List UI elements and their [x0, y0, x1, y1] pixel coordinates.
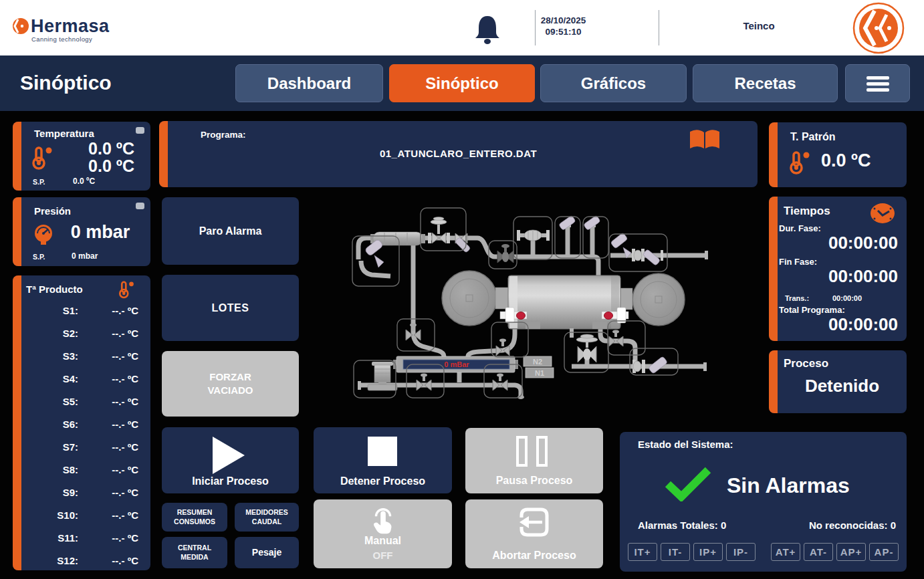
page-title: Sinóptico — [20, 72, 112, 94]
producto-row: S11:--.- ºC — [21, 532, 150, 544]
n1-label: N1 — [535, 369, 544, 377]
lotes-button[interactable]: LOTES — [162, 275, 299, 341]
tab-dashboard[interactable]: Dashboard — [235, 64, 383, 102]
screen: Hermasa Canning technology 28/10/2025 09… — [0, 0, 924, 579]
pesaje-label: Pesaje — [235, 547, 299, 558]
manual-state: OFF — [314, 550, 452, 561]
proceso-panel: Proceso Detenido — [769, 350, 907, 413]
n2-label: N2 — [533, 358, 542, 366]
producto-row: S12:--.- ºC — [21, 555, 150, 566]
proceso-title: Proceso — [784, 357, 828, 370]
code-ap-plus-button[interactable]: AP+ — [836, 543, 866, 561]
header-divider — [659, 10, 659, 45]
tiempos-panel: Tiempos Dur. Fase: 00:00:00 Fin Fase: 00… — [769, 197, 907, 341]
tab-graficos[interactable]: Gráficos — [540, 64, 687, 102]
proceso-value: Detenido — [778, 376, 907, 396]
paro-alarma-button[interactable]: Paro Alarma — [162, 197, 299, 265]
estado-title: Estado del Sistema: — [638, 439, 733, 450]
thermometer-icon — [116, 279, 137, 300]
pausa-proceso-button[interactable]: Pausa Proceso — [465, 428, 603, 493]
piping-diagram: 0 mBar N2 N1 — [304, 195, 776, 423]
producto-row: S4:--.- ºC — [21, 373, 150, 384]
pesaje-button[interactable]: Pesaje — [235, 537, 299, 568]
pause-icon — [516, 436, 528, 467]
touch-icon — [368, 505, 398, 536]
producto-title: Tª Producto — [26, 283, 83, 295]
pressure-readout: 0 mBar — [444, 360, 469, 368]
tab-recetas[interactable]: Recetas — [693, 64, 838, 102]
resumen-consumos-label: RESUMEN CONSUMOS — [162, 507, 227, 526]
trans-label: Trans.: — [785, 294, 809, 302]
fin-fase-label: Fin Fase: — [779, 257, 817, 267]
accent-strip — [769, 122, 778, 187]
abortar-proceso-button[interactable]: Abortar Proceso — [465, 499, 603, 568]
resumen-consumos-button[interactable]: RESUMEN CONSUMOS — [162, 503, 227, 532]
presion-title: Presión — [34, 205, 71, 217]
temperatura-value2: 0.0 ºC — [88, 156, 134, 176]
time: 09:51:10 — [528, 26, 598, 37]
detener-proceso-button[interactable]: Detener Proceso — [314, 427, 452, 493]
code-at-minus-button[interactable]: AT- — [804, 543, 833, 561]
presion-value: 0 mbar — [60, 222, 141, 243]
producto-row: S6:--.- ºC — [21, 419, 150, 430]
code-at-plus-button[interactable]: AT+ — [771, 543, 800, 561]
iniciar-proceso-button[interactable]: Iniciar Proceso — [162, 427, 299, 493]
code-it-plus-button[interactable]: IT+ — [628, 543, 657, 561]
medidores-caudal-button[interactable]: MEDIDORES CAUDAL — [235, 503, 299, 532]
forzar-vaciado-button[interactable]: FORZAR VACIADO — [162, 351, 299, 417]
manual-button[interactable]: Manual OFF — [314, 499, 452, 568]
no-reconocidas: No reconocidas: 0 — [809, 519, 896, 531]
logo-subtitle: Canning technology — [31, 35, 92, 43]
code-ip-minus-button[interactable]: IP- — [726, 543, 756, 561]
pause-icon — [536, 436, 548, 467]
user-name: Teinco — [709, 20, 809, 31]
alarm-bell-icon[interactable] — [472, 12, 503, 45]
central-medida-label: CENTRAL MEDIDA — [162, 543, 227, 562]
code-ap-minus-button[interactable]: AP- — [869, 543, 899, 561]
datetime: 28/10/2025 09:51:10 — [528, 15, 598, 37]
estado-sistema-panel: Estado del Sistema: Sin Alarmas Alarmas … — [620, 432, 907, 572]
programa-label: Programa: — [201, 130, 246, 140]
total-programa-value: 00:00:00 — [828, 314, 898, 335]
trans-value: 00:00:00 — [832, 294, 862, 302]
indicator-light — [136, 127, 144, 134]
alarmas-totales: Alarmas Totales: 0 — [638, 519, 726, 531]
accent-strip — [13, 197, 21, 266]
code-ip-plus-button[interactable]: IP+ — [693, 543, 723, 561]
logo-title: Hermasa — [31, 16, 110, 37]
fin-fase-value: 00:00:00 — [828, 266, 898, 287]
company-fish-logo-icon — [852, 1, 905, 55]
medidores-caudal-label: MEDIDORES CAUDAL — [235, 507, 299, 526]
central-medida-button[interactable]: CENTRAL MEDIDA — [162, 537, 227, 568]
producto-row: S10:--.- ºC — [21, 509, 150, 521]
book-icon[interactable] — [688, 129, 721, 152]
sp-label: S.P. — [33, 178, 45, 186]
t-patron-value: 0.0 ºC — [821, 150, 871, 171]
play-icon — [213, 437, 245, 474]
paro-alarma-label: Paro Alarma — [162, 225, 299, 237]
sp-value: 0 mbar — [72, 251, 98, 261]
indicator-light — [136, 203, 144, 209]
thermometer-icon — [786, 149, 813, 176]
header: Hermasa Canning technology 28/10/2025 09… — [0, 0, 924, 55]
abortar-proceso-label: Abortar Proceso — [465, 550, 603, 562]
producto-row: S5:--.- ºC — [21, 396, 150, 407]
tab-sinoptico[interactable]: Sinóptico — [389, 64, 535, 102]
code-it-minus-button[interactable]: IT- — [661, 543, 690, 561]
detener-proceso-label: Detener Proceso — [314, 475, 452, 487]
forzar-vaciado-label: FORZAR VACIADO — [162, 370, 299, 397]
tiempos-title: Tiempos — [784, 205, 830, 218]
programa-value: 01_ATUNCLARO_ENTERO.DAT — [159, 148, 758, 159]
gauge-icon — [31, 223, 55, 247]
producto-row: S8:--.- ºC — [21, 464, 150, 475]
ok-check-icon — [663, 467, 713, 501]
stop-icon — [368, 437, 397, 466]
lotes-label: LOTES — [162, 302, 299, 314]
pausa-proceso-label: Pausa Proceso — [465, 475, 603, 487]
nav-bar: Sinóptico Dashboard Sinóptico Gráficos R… — [0, 55, 924, 111]
menu-button[interactable] — [845, 64, 910, 102]
iniciar-proceso-label: Iniciar Proceso — [162, 475, 299, 487]
temperatura-title: Temperatura — [34, 128, 94, 139]
accent-strip — [13, 122, 21, 191]
manual-label: Manual — [314, 535, 452, 547]
